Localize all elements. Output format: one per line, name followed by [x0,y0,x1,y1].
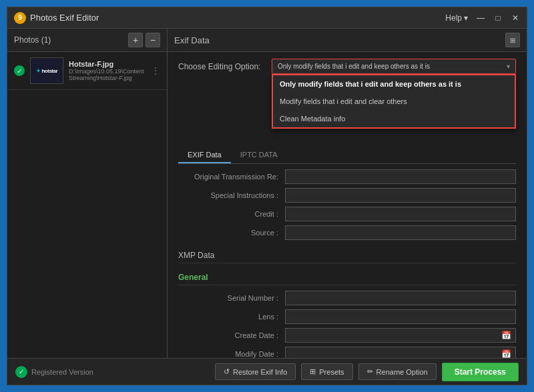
app-title: Photos Exif Editor [30,13,99,23]
chevron-down-icon: ▾ [464,13,468,23]
serial-input[interactable] [285,291,516,305]
title-bar: 9 Photos Exif Editor Help ▾ — □ ✕ [7,7,527,29]
main-content: Photos (1) + − ✓ ✦ hotstar Hotstar-F.jpg… [7,29,527,358]
rename-btn-label: Rename Option [376,368,428,376]
restore-exif-button[interactable]: ↺ Restore Exif Info [215,363,296,380]
xmp-section-header: XMP Data [178,247,516,263]
panel-header-buttons: + − [128,33,160,47]
remove-photo-button[interactable]: − [146,33,160,47]
photo-path: D:\Images\10.05.19\Content Streaming\Hot… [69,68,146,81]
photos-panel-header: Photos (1) + − [7,29,167,52]
form-row-modify-date: Modify Date : 📅 [178,347,516,358]
form-row-lens: Lens : [178,309,516,324]
right-panel: Exif Data ⊞ Choose Editing Option: Only … [168,29,527,358]
form-row-create-date: Create Date : 📅 [178,328,516,343]
form-row-credit: Credit : [178,207,516,221]
form-row-transmission: Original Transmission Re: [178,169,516,184]
calendar-icon[interactable]: 📅 [501,331,511,340]
credit-label: Credit : [178,210,285,218]
data-tabs: EXIF Data IPTC DATA [178,147,516,164]
dropdown-item-3[interactable]: Clean Metadata info [273,110,515,127]
left-panel: Photos (1) + − ✓ ✦ hotstar Hotstar-F.jpg… [7,29,168,358]
general-section-header: General [178,269,516,285]
photo-checkbox[interactable]: ✓ [14,65,25,76]
modify-date-field: 📅 [285,347,516,358]
source-label: Source : [178,229,285,237]
transmission-input[interactable] [285,169,516,184]
rename-option-button[interactable]: ✏ Rename Option [358,363,437,380]
select-box[interactable]: Only modify fields that i edit and keep … [272,59,516,74]
presets-icon: ⊞ [310,367,316,376]
editing-option-row: Choose Editing Option: Only modify field… [178,59,516,74]
bottom-bar: ✓ Registered Version ↺ Restore Exif Info… [7,358,527,385]
dropdown-item-1[interactable]: Only modify fields that i edit and keep … [273,75,515,93]
modify-date-label: Modify Date : [178,350,285,358]
app-icon-label: 9 [18,14,22,21]
editing-option-label: Choose Editing Option: [178,62,272,71]
editing-option-select: Only modify fields that i edit and keep … [272,59,516,74]
photo-list-item[interactable]: ✓ ✦ hotstar Hotstar-F.jpg D:\Images\10.0… [7,52,167,90]
general-fields-section: Serial Number : Lens : Create Date : 📅 [178,291,516,358]
lens-input[interactable] [285,309,516,324]
registered-icon: ✓ [15,366,27,378]
start-process-button[interactable]: Start Process [442,363,519,381]
maximize-button[interactable]: □ [493,13,503,23]
restore-btn-label: Restore Exif Info [233,368,287,376]
title-bar-right: Help ▾ — □ ✕ [445,13,520,23]
app-window: 9 Photos Exif Editor Help ▾ — □ ✕ Photos… [7,7,527,385]
special-input[interactable] [285,188,516,203]
app-icon: 9 [14,12,26,24]
lens-label: Lens : [178,313,285,321]
exif-panel-header: Exif Data ⊞ [168,29,527,52]
add-photo-button[interactable]: + [128,33,143,47]
exif-panel-title: Exif Data [174,35,210,45]
registered-label: Registered Version [31,368,93,376]
minimize-button[interactable]: — [476,13,485,23]
close-button[interactable]: ✕ [511,13,520,23]
select-value: Only modify fields that i edit and keep … [278,63,430,70]
pencil-icon: ✏ [367,367,373,376]
serial-label: Serial Number : [178,294,285,302]
exif-icon-button[interactable]: ⊞ [505,33,520,47]
iptc-fields-section: Original Transmission Re: Special Instru… [178,169,516,240]
presets-button[interactable]: ⊞ Presets [301,363,352,380]
source-input[interactable] [285,225,516,240]
credit-input[interactable] [285,207,516,221]
registered-status: ✓ Registered Version [15,366,210,378]
create-date-field: 📅 [285,328,516,343]
right-content: Choose Editing Option: Only modify field… [168,52,527,358]
dropdown-item-2[interactable]: Modify fields that i edit and clear othe… [273,93,515,110]
calendar-icon-2[interactable]: 📅 [501,349,511,358]
photo-info: Hotstar-F.jpg D:\Images\10.05.19\Content… [69,60,146,81]
special-label: Special Instructions : [178,191,285,199]
transmission-label: Original Transmission Re: [178,173,285,181]
restore-icon: ↺ [224,367,230,376]
title-bar-left: 9 Photos Exif Editor [14,12,445,24]
photo-name: Hotstar-F.jpg [69,60,146,68]
form-row-special: Special Instructions : [178,188,516,203]
photo-more-icon[interactable]: ⋮ [151,65,160,76]
photo-thumbnail: ✦ hotstar [30,57,63,84]
help-button[interactable]: Help ▾ [445,13,468,23]
photos-panel-title: Photos (1) [14,35,51,45]
help-label: Help [445,13,462,23]
create-date-label: Create Date : [178,331,285,339]
form-row-source: Source : [178,225,516,240]
tab-exif-data[interactable]: EXIF Data [178,147,231,163]
form-row-serial: Serial Number : [178,291,516,305]
chevron-down-icon: ▾ [507,63,510,70]
presets-btn-label: Presets [319,368,344,376]
tab-iptc-data[interactable]: IPTC DATA [231,147,287,163]
dropdown-menu: Only modify fields that i edit and keep … [272,74,516,129]
